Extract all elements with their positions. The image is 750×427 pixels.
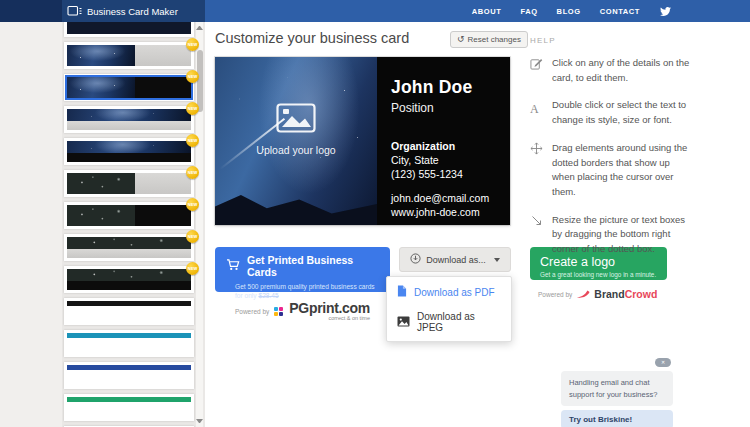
resize-icon [530,213,543,257]
edit-icon [530,56,543,85]
help-item: ADouble click or select the text to chan… [530,98,692,127]
template-thumbnail-selected[interactable]: NEW [64,74,194,101]
menu-item-download-as-jpeg[interactable]: Download as JPEG [387,305,511,339]
card-background-photo[interactable]: Upload your logo [215,57,377,225]
scrollbar-thumb[interactable] [197,50,203,112]
help-title: HELP [530,36,692,45]
template-thumbnail[interactable]: NEW [64,138,194,165]
template-sidebar: NEWNEWNEWNEWNEWNEWNEWNEW [0,22,205,427]
pdf-file-icon [397,285,407,299]
upload-logo-label: Upload your logo [215,144,377,156]
new-price: $19.15! [280,292,302,299]
help-item-text: Double click or select the text to chang… [552,98,692,127]
template-thumbnail[interactable]: NEW [64,170,194,197]
brand-name: Business Card Maker [87,6,178,17]
template-thumbnail[interactable] [64,330,194,357]
pgprint-tagline: correct & on time [289,316,370,322]
download-as-button[interactable]: Download as... [399,247,511,272]
card-name-field[interactable]: John Doe [391,77,506,98]
powered-by-pgprint[interactable]: Powered by PGprint.com correct & on time [215,301,390,322]
reset-changes-label: Reset changes [468,35,521,44]
chevron-down-icon [494,258,500,262]
help-item: Click on any of the details on the card,… [530,56,692,85]
top-nav: Business Card Maker ABOUT FAQ BLOG CONTA… [0,0,750,22]
download-as-label: Download as... [426,255,486,265]
template-thumbnail[interactable]: NEW [64,106,194,133]
new-badge: NEW [186,134,199,147]
template-thumbnail[interactable] [64,22,194,37]
pgprint-name: PGprint.com [289,301,370,315]
menu-item-label: Download as JPEG [417,311,501,333]
brand[interactable]: Business Card Maker [0,0,205,22]
business-card-preview[interactable]: Upload your logo John Doe Position Organ… [215,57,510,225]
card-website-field[interactable]: www.john-doe.com [391,206,506,218]
cart-icon [226,259,240,273]
help-items: Click on any of the details on the card,… [530,56,692,257]
print-offer-text: Get 500 premium quality printed business… [235,282,380,300]
card-organization-field[interactable]: Organization [391,140,506,152]
card-email-field[interactable]: john.doe@cmail.com [391,192,506,204]
new-badge: NEW [186,262,199,275]
card-city-field[interactable]: City, State [391,154,506,166]
nav-link-faq[interactable]: FAQ [520,7,537,16]
create-logo-subtext: Get a great looking new logo in a minute… [540,271,657,278]
get-printed-cards-button[interactable]: Get Printed Business Cards Get 500 premi… [215,247,390,292]
menu-item-download-as-pdf[interactable]: Download as PDF [387,279,511,305]
font-icon: A [530,98,543,127]
template-thumbnail[interactable]: NEW [64,266,194,293]
sidebar-scrollbar[interactable] [196,22,203,427]
powered-by-brandcrowd[interactable]: Powered by BrandCrowd [538,285,657,303]
reset-changes-button[interactable]: ↺ Reset changes [450,31,528,48]
twitter-bird-icon[interactable] [659,6,672,17]
pgprint-logo-icon [274,307,283,316]
template-thumbnail[interactable]: NEW [64,202,194,229]
chat-widget: ✕ Handling email and chat support for yo… [561,358,673,427]
card-info-panel: John Doe Position Organization City, Sta… [377,57,510,225]
chat-close-button[interactable]: ✕ [655,358,671,367]
scroll-up-icon[interactable] [196,26,203,30]
new-badge: NEW [186,198,199,211]
nav-link-contact[interactable]: CONTACT [600,7,640,16]
template-thumbnail[interactable]: NEW [64,42,194,69]
nav-link-about[interactable]: ABOUT [472,7,502,16]
template-thumbnail[interactable]: NEW [64,234,194,261]
brandcrowd-name: BrandCrowd [594,288,657,300]
powered-by-label: Powered by [235,308,269,315]
download-circle-icon [410,253,421,266]
business-card-logo-icon [67,5,82,17]
menu-item-label: Download as PDF [414,287,495,298]
help-item-text: Click on any of the details on the card,… [552,56,692,85]
nav-link-blog[interactable]: BLOG [557,7,581,16]
new-badge: NEW [186,166,199,179]
template-thumbnail[interactable] [64,394,194,421]
new-badge: NEW [186,102,199,115]
brandcrowd-swoosh-icon [576,285,590,303]
scroll-down-icon[interactable] [196,419,203,423]
jpeg-image-icon [397,316,410,329]
nav-links: ABOUT FAQ BLOG CONTACT [472,0,672,22]
upload-logo-area[interactable]: Upload your logo [215,103,377,156]
card-phone-field[interactable]: (123) 555-1234 [391,168,506,180]
template-list: NEWNEWNEWNEWNEWNEWNEWNEW [64,22,194,427]
chat-cta-link[interactable]: Try out Briskine! [561,410,673,427]
powered-by-label: Powered by [538,291,572,298]
help-panel: HELP Click on any of the details on the … [530,36,692,270]
reset-icon: ↺ [457,35,465,44]
main-content: Customize your business card ↺ Reset cha… [205,22,750,427]
new-badge: NEW [186,230,199,243]
page-title: Customize your business card [215,30,409,46]
template-thumbnail[interactable] [64,362,194,389]
card-position-field[interactable]: Position [391,101,506,115]
move-icon [530,141,543,200]
new-badge: NEW [186,38,199,51]
help-item-text: Resize the picture or text boxes by drag… [552,213,692,257]
download-dropdown-menu: Download as PDFDownload as JPEG [386,276,512,342]
template-thumbnail[interactable] [64,298,194,325]
new-badge: NEW [186,70,199,83]
help-item: Drag elements around using the dotted bo… [530,141,692,200]
help-item-text: Drag elements around using the dotted bo… [552,141,692,200]
chat-message: Handling email and chat support for your… [561,371,673,406]
old-price: $28.45 [258,292,278,299]
get-printed-cards-label: Get Printed Business Cards [247,254,382,278]
help-item: Resize the picture or text boxes by drag… [530,213,692,257]
